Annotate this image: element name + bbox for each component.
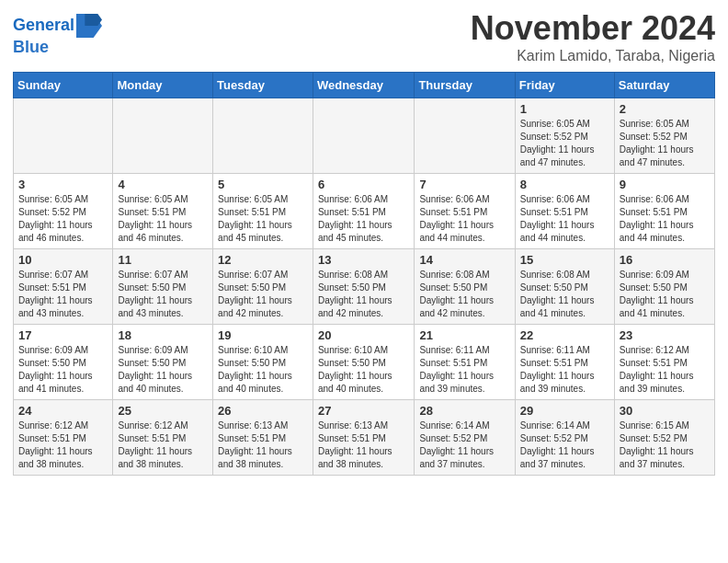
day-info: Sunrise: 6:07 AM Sunset: 5:50 PM Dayligh… bbox=[218, 269, 308, 320]
day-number: 2 bbox=[620, 102, 710, 116]
calendar-day-cell: 6Sunrise: 6:06 AM Sunset: 5:51 PM Daylig… bbox=[313, 174, 414, 249]
logo-text: General bbox=[13, 17, 74, 35]
calendar-table: SundayMondayTuesdayWednesdayThursdayFrid… bbox=[13, 72, 715, 476]
day-number: 20 bbox=[318, 328, 409, 342]
day-number: 12 bbox=[218, 253, 308, 267]
calendar-body: 1Sunrise: 6:05 AM Sunset: 5:52 PM Daylig… bbox=[14, 98, 715, 476]
page-header: General Blue November 2024 Karim Lamido,… bbox=[13, 9, 715, 64]
calendar-day-cell: 4Sunrise: 6:05 AM Sunset: 5:51 PM Daylig… bbox=[113, 174, 213, 249]
calendar-day-cell: 24Sunrise: 6:12 AM Sunset: 5:51 PM Dayli… bbox=[14, 400, 113, 476]
calendar-day-cell: 9Sunrise: 6:06 AM Sunset: 5:51 PM Daylig… bbox=[614, 174, 714, 249]
day-info: Sunrise: 6:05 AM Sunset: 5:51 PM Dayligh… bbox=[118, 193, 208, 245]
day-number: 19 bbox=[218, 328, 308, 342]
day-number: 27 bbox=[318, 404, 409, 418]
day-number: 6 bbox=[318, 178, 409, 191]
calendar-day-cell: 29Sunrise: 6:14 AM Sunset: 5:52 PM Dayli… bbox=[515, 400, 614, 476]
day-number: 9 bbox=[620, 178, 710, 191]
day-number: 24 bbox=[18, 404, 108, 418]
day-info: Sunrise: 6:08 AM Sunset: 5:50 PM Dayligh… bbox=[520, 269, 609, 320]
day-number: 8 bbox=[520, 178, 609, 191]
day-info: Sunrise: 6:11 AM Sunset: 5:51 PM Dayligh… bbox=[419, 344, 509, 396]
calendar-day-cell: 10Sunrise: 6:07 AM Sunset: 5:51 PM Dayli… bbox=[14, 249, 113, 325]
day-info: Sunrise: 6:06 AM Sunset: 5:51 PM Dayligh… bbox=[620, 193, 710, 245]
calendar-day-cell: 30Sunrise: 6:15 AM Sunset: 5:52 PM Dayli… bbox=[614, 400, 714, 476]
calendar-day-cell: 14Sunrise: 6:08 AM Sunset: 5:50 PM Dayli… bbox=[415, 249, 515, 325]
day-info: Sunrise: 6:08 AM Sunset: 5:50 PM Dayligh… bbox=[419, 269, 509, 320]
calendar-day-cell: 19Sunrise: 6:10 AM Sunset: 5:50 PM Dayli… bbox=[213, 325, 313, 400]
calendar-day-cell: 7Sunrise: 6:06 AM Sunset: 5:51 PM Daylig… bbox=[415, 174, 515, 249]
calendar-day-cell: 2Sunrise: 6:05 AM Sunset: 5:52 PM Daylig… bbox=[614, 98, 714, 174]
day-of-week-header: Sunday bbox=[14, 73, 113, 98]
day-number: 29 bbox=[520, 404, 609, 418]
day-info: Sunrise: 6:10 AM Sunset: 5:50 PM Dayligh… bbox=[318, 344, 409, 396]
calendar-day-cell: 17Sunrise: 6:09 AM Sunset: 5:50 PM Dayli… bbox=[14, 325, 113, 400]
day-number: 16 bbox=[620, 253, 710, 267]
calendar-day-cell: 18Sunrise: 6:09 AM Sunset: 5:50 PM Dayli… bbox=[113, 325, 213, 400]
subtitle: Karim Lamido, Taraba, Nigeria bbox=[471, 48, 715, 64]
day-header-row: SundayMondayTuesdayWednesdayThursdayFrid… bbox=[14, 73, 715, 98]
logo: General Blue bbox=[13, 13, 102, 57]
calendar-day-cell: 28Sunrise: 6:14 AM Sunset: 5:52 PM Dayli… bbox=[415, 400, 515, 476]
calendar-week-row: 10Sunrise: 6:07 AM Sunset: 5:51 PM Dayli… bbox=[14, 249, 715, 325]
calendar-day-cell: 12Sunrise: 6:07 AM Sunset: 5:50 PM Dayli… bbox=[213, 249, 313, 325]
calendar-day-cell: 21Sunrise: 6:11 AM Sunset: 5:51 PM Dayli… bbox=[415, 325, 515, 400]
day-number: 18 bbox=[118, 328, 208, 342]
day-info: Sunrise: 6:12 AM Sunset: 5:51 PM Dayligh… bbox=[18, 419, 108, 471]
day-info: Sunrise: 6:09 AM Sunset: 5:50 PM Dayligh… bbox=[620, 269, 710, 320]
day-number: 3 bbox=[18, 178, 108, 191]
day-info: Sunrise: 6:07 AM Sunset: 5:51 PM Dayligh… bbox=[18, 269, 108, 320]
logo-line1: General bbox=[13, 16, 74, 34]
calendar-week-row: 1Sunrise: 6:05 AM Sunset: 5:52 PM Daylig… bbox=[14, 98, 715, 174]
day-number: 23 bbox=[620, 328, 710, 342]
day-info: Sunrise: 6:13 AM Sunset: 5:51 PM Dayligh… bbox=[318, 419, 409, 471]
day-info: Sunrise: 6:06 AM Sunset: 5:51 PM Dayligh… bbox=[520, 193, 609, 245]
day-info: Sunrise: 6:15 AM Sunset: 5:52 PM Dayligh… bbox=[620, 419, 710, 471]
day-number: 30 bbox=[620, 404, 710, 418]
day-of-week-header: Friday bbox=[515, 73, 614, 98]
day-number: 21 bbox=[419, 328, 509, 342]
day-info: Sunrise: 6:05 AM Sunset: 5:51 PM Dayligh… bbox=[218, 193, 308, 245]
day-number: 28 bbox=[419, 404, 509, 418]
calendar-day-cell: 11Sunrise: 6:07 AM Sunset: 5:50 PM Dayli… bbox=[113, 249, 213, 325]
calendar-day-cell: 22Sunrise: 6:11 AM Sunset: 5:51 PM Dayli… bbox=[515, 325, 614, 400]
day-info: Sunrise: 6:05 AM Sunset: 5:52 PM Dayligh… bbox=[18, 193, 108, 245]
title-block: November 2024 Karim Lamido, Taraba, Nige… bbox=[471, 9, 715, 64]
day-number: 5 bbox=[218, 178, 308, 191]
day-number: 13 bbox=[318, 253, 409, 267]
page-container: General Blue November 2024 Karim Lamido,… bbox=[0, 0, 728, 488]
day-number: 1 bbox=[520, 102, 609, 116]
calendar-day-cell: 13Sunrise: 6:08 AM Sunset: 5:50 PM Dayli… bbox=[313, 249, 414, 325]
day-number: 7 bbox=[419, 178, 509, 191]
calendar-header: SundayMondayTuesdayWednesdayThursdayFrid… bbox=[14, 73, 715, 98]
day-info: Sunrise: 6:12 AM Sunset: 5:51 PM Dayligh… bbox=[620, 344, 710, 396]
logo-line2: Blue bbox=[13, 39, 102, 57]
calendar-day-cell: 16Sunrise: 6:09 AM Sunset: 5:50 PM Dayli… bbox=[614, 249, 714, 325]
day-of-week-header: Monday bbox=[113, 73, 213, 98]
day-number: 14 bbox=[419, 253, 509, 267]
calendar-week-row: 24Sunrise: 6:12 AM Sunset: 5:51 PM Dayli… bbox=[14, 400, 715, 476]
day-info: Sunrise: 6:06 AM Sunset: 5:51 PM Dayligh… bbox=[419, 193, 509, 245]
day-number: 11 bbox=[118, 253, 208, 267]
day-number: 26 bbox=[218, 404, 308, 418]
day-info: Sunrise: 6:11 AM Sunset: 5:51 PM Dayligh… bbox=[520, 344, 609, 396]
calendar-day-cell: 15Sunrise: 6:08 AM Sunset: 5:50 PM Dayli… bbox=[515, 249, 614, 325]
day-of-week-header: Thursday bbox=[415, 73, 515, 98]
calendar-day-cell: 23Sunrise: 6:12 AM Sunset: 5:51 PM Dayli… bbox=[614, 325, 714, 400]
calendar-day-cell: 27Sunrise: 6:13 AM Sunset: 5:51 PM Dayli… bbox=[313, 400, 414, 476]
calendar-week-row: 17Sunrise: 6:09 AM Sunset: 5:50 PM Dayli… bbox=[14, 325, 715, 400]
calendar-day-cell: 26Sunrise: 6:13 AM Sunset: 5:51 PM Dayli… bbox=[213, 400, 313, 476]
day-number: 10 bbox=[18, 253, 108, 267]
day-info: Sunrise: 6:07 AM Sunset: 5:50 PM Dayligh… bbox=[118, 269, 208, 320]
calendar-week-row: 3Sunrise: 6:05 AM Sunset: 5:52 PM Daylig… bbox=[14, 174, 715, 249]
calendar-day-cell: 20Sunrise: 6:10 AM Sunset: 5:50 PM Dayli… bbox=[313, 325, 414, 400]
calendar-day-cell: 1Sunrise: 6:05 AM Sunset: 5:52 PM Daylig… bbox=[515, 98, 614, 174]
day-info: Sunrise: 6:09 AM Sunset: 5:50 PM Dayligh… bbox=[118, 344, 208, 396]
day-info: Sunrise: 6:10 AM Sunset: 5:50 PM Dayligh… bbox=[218, 344, 308, 396]
calendar-day-cell bbox=[313, 98, 414, 174]
day-info: Sunrise: 6:14 AM Sunset: 5:52 PM Dayligh… bbox=[520, 419, 609, 471]
day-number: 22 bbox=[520, 328, 609, 342]
calendar-day-cell: 25Sunrise: 6:12 AM Sunset: 5:51 PM Dayli… bbox=[113, 400, 213, 476]
calendar-day-cell: 5Sunrise: 6:05 AM Sunset: 5:51 PM Daylig… bbox=[213, 174, 313, 249]
logo-icon bbox=[76, 13, 102, 39]
day-info: Sunrise: 6:08 AM Sunset: 5:50 PM Dayligh… bbox=[318, 269, 409, 320]
